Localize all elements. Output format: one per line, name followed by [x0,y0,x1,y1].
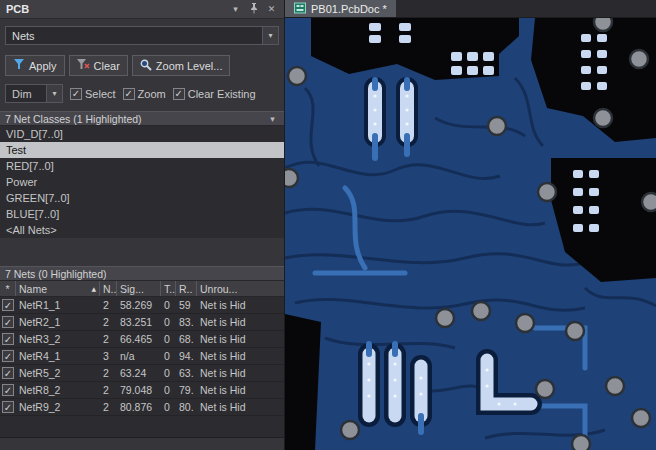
net-routed: 59 [176,299,197,311]
net-routed: 79. [176,384,197,396]
panel-footer [0,438,284,450]
dim-select[interactable]: Dim ▾ [5,84,63,103]
nets-header: 7 Nets (0 Highlighted) [0,266,284,281]
net-row[interactable]: ✓ NetR2_1 2 83.251 0 83. Net is Hid [0,314,284,331]
column-header-t[interactable]: T... [161,281,176,296]
net-unrouted: Net is Hid [197,299,284,311]
pcb-editor: PB01.PcbDoc * [285,0,656,450]
net-class-item-selected[interactable]: Test [0,142,284,158]
net-nodes: 2 [100,299,117,311]
net-class-item[interactable]: RED[7..0] [0,158,284,174]
net-row[interactable]: ✓ NetR9_2 2 80.876 0 80. Net is Hid [0,399,284,416]
clear-existing-checkbox-group[interactable]: ✓ Clear Existing [173,88,256,100]
column-header-nodes[interactable]: N.. [100,281,117,296]
close-icon[interactable]: ✕ [265,4,278,14]
net-row-checkbox[interactable]: ✓ [2,316,14,328]
clear-button[interactable]: Clear [69,55,128,76]
net-class-item[interactable]: BLUE[7..0] [0,206,284,222]
net-routed: 68. [176,333,197,345]
panel-title: PCB [6,3,224,15]
net-row-checkbox[interactable]: ✓ [2,299,14,311]
column-header-name[interactable]: Name ▲ [16,281,100,296]
net-row[interactable]: ✓ NetR4_1 3 n/a 0 94. Net is Hid [0,348,284,365]
net-unrouted: Net is Hid [197,333,284,345]
net-name: NetR1_1 [16,299,100,311]
net-signal: 83.251 [117,316,161,328]
net-routed: 80. [176,401,197,413]
net-signal: 66.465 [117,333,161,345]
clear-existing-checkbox[interactable]: ✓ [173,88,185,100]
net-row-checkbox[interactable]: ✓ [2,333,14,345]
pcb-artwork [285,18,656,450]
net-row[interactable]: ✓ NetR5_2 2 63.24 0 63. Net is Hid [0,365,284,382]
panel-options-row: Dim ▾ ✓ Select ✓ Zoom ✓ Clear Existing [5,84,279,103]
tab-pb01-pcbdoc[interactable]: PB01.PcbDoc * [285,0,396,17]
net-nodes: 3 [100,350,117,362]
column-header-check[interactable]: * [0,281,16,296]
net-class-item[interactable]: Power [0,174,284,190]
select-checkbox[interactable]: ✓ [70,88,82,100]
magnifier-icon [140,59,152,73]
pcb-panel: PCB ▾ ✕ Nets ▾ Apply Clear Zoom Level. [0,0,285,450]
chevron-down-icon[interactable]: ▾ [262,27,278,44]
net-nodes: 2 [100,367,117,379]
net-unrouted: Net is Hid [197,401,284,413]
net-t: 0 [161,333,176,345]
net-class-item[interactable]: <All Nets> [0,222,284,238]
net-signal: n/a [117,350,161,362]
nets-table-header: * Name ▲ N.. Sig... T... R.. Unrou... [0,281,284,297]
net-routed: 94. [176,350,197,362]
net-row[interactable]: ✓ NetR1_1 2 58.269 0 59 Net is Hid [0,297,284,314]
column-header-routed[interactable]: R.. [176,281,197,296]
net-name: NetR2_1 [16,316,100,328]
net-routed: 83. [176,316,197,328]
net-row-checkbox[interactable]: ✓ [2,350,14,362]
zoom-checkbox-group[interactable]: ✓ Zoom [123,88,166,100]
pin-icon[interactable] [247,3,260,16]
panel-mode-value: Nets [12,30,35,42]
net-unrouted: Net is Hid [197,316,284,328]
net-nodes: 2 [100,401,117,413]
net-classes-header-label: 7 Net Classes (1 Highlighted) [5,113,142,125]
dim-select-value: Dim [12,88,32,100]
net-class-item[interactable]: VID_D[7..0] [0,126,284,142]
zoom-checkbox[interactable]: ✓ [123,88,135,100]
net-class-item[interactable]: GREEN[7..0] [0,190,284,206]
net-nodes: 2 [100,316,117,328]
net-signal: 80.876 [117,401,161,413]
net-row-checkbox[interactable]: ✓ [2,367,14,379]
panel-spacer [0,238,284,266]
net-routed: 63. [176,367,197,379]
column-header-unrouted[interactable]: Unrou... [197,281,284,296]
select-checkbox-label: Select [85,88,116,100]
net-signal: 63.24 [117,367,161,379]
net-row[interactable]: ✓ NetR3_2 2 66.465 0 68. Net is Hid [0,331,284,348]
net-nodes: 2 [100,333,117,345]
net-t: 0 [161,350,176,362]
zoom-level-button[interactable]: Zoom Level... [132,55,231,76]
net-signal: 58.269 [117,299,161,311]
zoom-level-button-label: Zoom Level... [156,60,223,72]
column-header-signal[interactable]: Sig... [117,281,161,296]
apply-button-label: Apply [29,60,57,72]
net-classes-header[interactable]: 7 Net Classes (1 Highlighted) ▾ [0,111,284,126]
net-name: NetR8_2 [16,384,100,396]
nets-table-empty-area [0,416,284,438]
net-row-checkbox[interactable]: ✓ [2,384,14,396]
select-checkbox-group[interactable]: ✓ Select [70,88,116,100]
net-t: 0 [161,299,176,311]
net-row[interactable]: ✓ NetR8_2 2 79.048 0 79. Net is Hid [0,382,284,399]
net-t: 0 [161,367,176,379]
pcb-canvas[interactable] [285,18,656,450]
net-unrouted: Net is Hid [197,367,284,379]
chevron-down-icon[interactable]: ▾ [266,114,279,124]
document-tabbar: PB01.PcbDoc * [285,0,656,18]
chevron-down-icon[interactable]: ▾ [46,85,62,102]
panel-mode-select[interactable]: Nets ▾ [5,26,279,45]
net-row-checkbox[interactable]: ✓ [2,401,14,413]
apply-button[interactable]: Apply [5,55,65,76]
chevron-down-icon[interactable]: ▾ [229,4,242,14]
net-name: NetR3_2 [16,333,100,345]
filter-icon [13,59,25,72]
nets-header-label: 7 Nets (0 Highlighted) [5,268,107,280]
